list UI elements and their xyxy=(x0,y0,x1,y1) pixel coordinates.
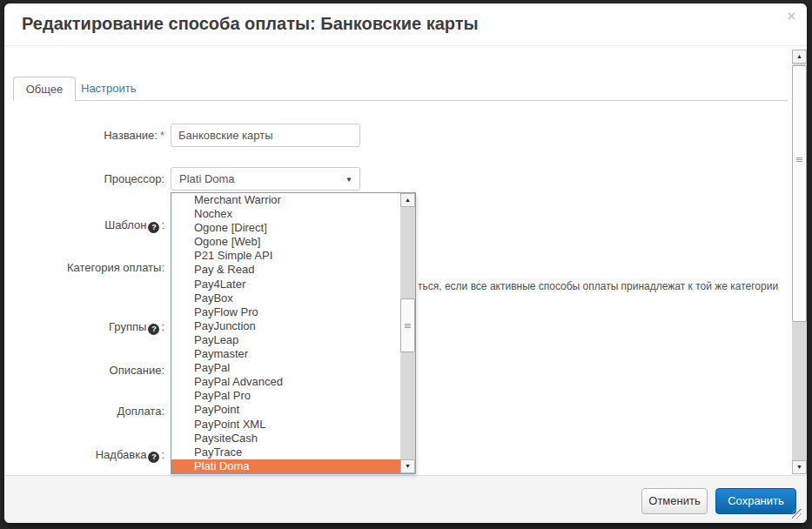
surcharge-label: Доплата: xyxy=(4,405,164,419)
scrollbar-thumb[interactable] xyxy=(792,65,807,322)
name-label: Название:* xyxy=(4,129,164,143)
scroll-up-button[interactable]: ▲ xyxy=(792,50,807,64)
dropdown-option[interactable]: Nochex xyxy=(171,207,415,221)
processor-label: Процессор: xyxy=(4,172,164,186)
scroll-down-button[interactable]: ▼ xyxy=(792,460,807,474)
dropdown-option[interactable]: PayPoint XML xyxy=(171,418,415,432)
processor-selected-value: Plati Doma xyxy=(179,172,235,185)
tabs-divider xyxy=(13,100,788,101)
template-label: Шаблон?: xyxy=(4,218,164,232)
dropdown-option[interactable]: Ogone [Web] xyxy=(171,235,415,249)
modal-backdrop: Редактирование способа оплаты: Банковски… xyxy=(0,0,812,529)
help-icon[interactable]: ? xyxy=(148,222,159,233)
help-icon[interactable]: ? xyxy=(148,324,159,335)
dropdown-scrollbar[interactable]: ▲ ▼ xyxy=(400,193,415,473)
dropdown-option[interactable]: Ogone [Direct] xyxy=(171,221,415,235)
dropdown-option[interactable]: Merchant Warrior xyxy=(171,193,415,207)
dropdown-option[interactable]: PayLeap xyxy=(171,333,415,347)
scrollbar-grip xyxy=(405,324,411,328)
dialog-scrollbar[interactable]: ▲ ▼ xyxy=(792,50,807,474)
scroll-up-button[interactable]: ▲ xyxy=(400,193,415,207)
name-input[interactable] xyxy=(171,124,360,147)
scrollbar-thumb[interactable] xyxy=(400,298,415,352)
dropdown-option[interactable]: PayPal Advanced xyxy=(171,375,415,389)
tab-configure[interactable]: Настроить xyxy=(81,82,137,95)
dropdown-option[interactable]: Plati Doma xyxy=(171,459,415,473)
tab-general[interactable]: Общее xyxy=(13,77,76,101)
dropdown-option[interactable]: PayPal Pro xyxy=(171,389,415,403)
markup-label: Надбавка?: xyxy=(4,448,164,462)
dropdown-option[interactable]: Pay4Later xyxy=(171,278,415,291)
dropdown-option[interactable]: PayTrace xyxy=(171,445,415,459)
scrollbar-grip xyxy=(796,157,802,162)
required-asterisk: * xyxy=(158,129,164,142)
dropdown-option[interactable]: Pay & Read xyxy=(171,263,415,277)
groups-label: Группы?: xyxy=(4,320,164,334)
dialog-header: Редактирование способа оплаты: Банковски… xyxy=(4,3,807,46)
edit-payment-dialog: Редактирование способа оплаты: Банковски… xyxy=(4,3,807,523)
dropdown-option[interactable]: P21 Simple API xyxy=(171,249,415,263)
category-label: Категория оплаты: xyxy=(4,261,164,275)
resize-handle[interactable] xyxy=(792,509,802,519)
dropdown-option[interactable]: PayPal xyxy=(171,361,415,375)
processor-select[interactable]: Plati Doma ▼ xyxy=(171,167,360,191)
cancel-button[interactable]: Отменить xyxy=(641,488,708,514)
save-button[interactable]: Сохранить xyxy=(715,488,796,514)
dropdown-option[interactable]: PayPoint xyxy=(171,403,415,417)
dropdown-option[interactable]: PaysiteCash xyxy=(171,432,415,445)
close-icon[interactable]: × xyxy=(788,10,795,23)
page-title: Редактирование способа оплаты: Банковски… xyxy=(22,14,479,34)
description-label: Описание: xyxy=(4,364,164,378)
chevron-down-icon: ▼ xyxy=(346,176,352,184)
dropdown-option[interactable]: PayJunction xyxy=(171,319,415,333)
dropdown-option[interactable]: PayBox xyxy=(171,291,415,305)
scroll-down-button[interactable]: ▼ xyxy=(400,459,415,473)
category-hint-text: ться, если все активные способы оплаты п… xyxy=(418,280,783,292)
help-icon[interactable]: ? xyxy=(148,452,159,463)
dropdown-option[interactable]: PayFlow Pro xyxy=(171,305,415,319)
processor-dropdown: ▲ ▼ Merchant WarriorNochexOgone [Direct]… xyxy=(171,192,416,474)
dropdown-option[interactable]: Paymaster xyxy=(171,347,415,361)
